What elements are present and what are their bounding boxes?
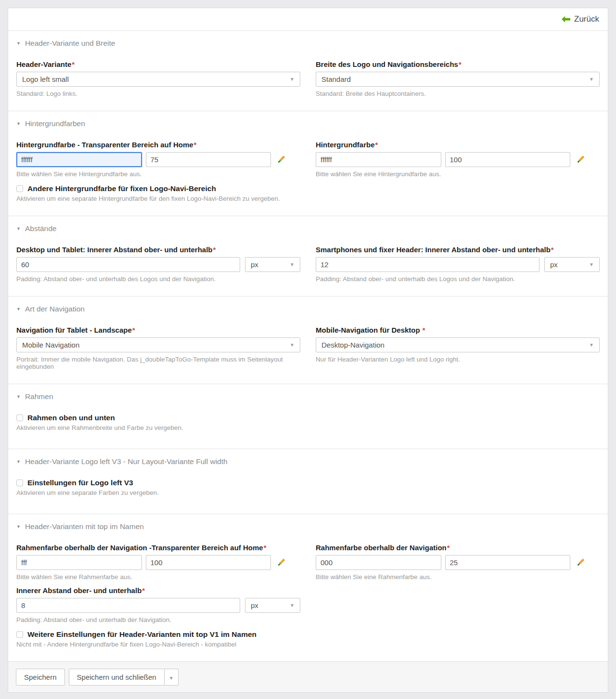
- collapse-icon: ▼: [16, 395, 21, 399]
- field-label: Desktop und Tablet: Innerer Abstand ober…: [16, 246, 300, 254]
- required-mark: *: [132, 326, 135, 334]
- field-label: Breite des Logo und Navigationsbereichs*: [316, 60, 600, 68]
- required-mark: *: [194, 141, 197, 149]
- section-title: Abstände: [25, 224, 57, 233]
- color-picker-icon[interactable]: [277, 155, 287, 165]
- section-toggle[interactable]: ▼ Art der Navigation: [16, 305, 600, 313]
- save-close-button-group: Speichern und schließen ▼: [69, 669, 179, 686]
- collapse-icon: ▼: [16, 227, 21, 231]
- top-v1-checkbox[interactable]: [16, 631, 23, 638]
- field-hint: Nicht mit - Andere Hintergrundfarbe für …: [16, 641, 600, 648]
- collapse-icon: ▼: [16, 307, 21, 311]
- field-label: Innerer Abstand ober- und unterhalb*: [16, 586, 300, 595]
- field-label: Hintergrundfarbe - Transparenter Bereich…: [16, 141, 300, 149]
- rahmen-oben-unten-checkbox[interactable]: [16, 414, 23, 421]
- collapse-icon: ▼: [16, 122, 21, 126]
- field-hint: Bitte wählen Sie eine Rahmenfarbe aus.: [16, 573, 300, 581]
- section-title: Header-Variante und Breite: [25, 39, 116, 48]
- section-toggle[interactable]: ▼ Header-Variante und Breite: [16, 39, 600, 48]
- bg-home-color-input[interactable]: [16, 152, 142, 167]
- field-hint: Bitte wählen Sie eine Rahmenfarbe aus.: [316, 573, 600, 581]
- save-close-button[interactable]: Speichern und schließen: [69, 669, 165, 686]
- field-label: Header-Variante*: [16, 60, 300, 68]
- checkbox-label: Einstellungen für Logo left V3: [27, 479, 133, 487]
- logo-left-v3-checkbox[interactable]: [16, 479, 23, 486]
- select-value: Mobile Navigation: [22, 341, 79, 349]
- field-label: Rahmenfarbe oberhalb der Navigation -Tra…: [16, 544, 300, 552]
- caret-down-icon: ▼: [589, 262, 594, 267]
- field-hint: Aktivieren um eine separate Hintergrundf…: [16, 195, 600, 202]
- rahmen-nav-home-opacity-input[interactable]: [146, 555, 271, 570]
- padding-smartphone-unit-select[interactable]: px ▼: [544, 257, 600, 272]
- checkbox-label: Weitere Einstellungen für Header-Variant…: [27, 630, 257, 639]
- breite-logo-nav-select[interactable]: Standard ▼: [316, 72, 600, 87]
- color-picker-icon[interactable]: [577, 155, 586, 165]
- padding-nav-input[interactable]: [16, 598, 240, 613]
- padding-desktop-input[interactable]: [16, 257, 240, 272]
- checkbox-label: Rahmen oben und unten: [27, 414, 115, 422]
- caret-down-icon: ▼: [169, 675, 174, 681]
- field-hint: Padding: Abstand ober- und unterhalb des…: [316, 275, 600, 283]
- section-toggle[interactable]: ▼ Abstände: [16, 224, 600, 233]
- section-toggle[interactable]: ▼ Header-Varianten mit top im Namen: [16, 522, 600, 531]
- caret-down-icon: ▼: [589, 77, 594, 82]
- bg-color-input[interactable]: [316, 152, 441, 167]
- caret-down-icon: ▼: [290, 603, 295, 608]
- padding-smartphone-input[interactable]: [316, 257, 539, 272]
- field-hint: Bitte wählen Sie eine Hintergrundfarbe a…: [16, 170, 300, 178]
- save-options-dropdown-button[interactable]: ▼: [164, 669, 179, 686]
- field-hint: Aktivieren um eine separate Farben zu ve…: [16, 489, 600, 496]
- caret-down-icon: ▼: [589, 343, 594, 348]
- field-label: Hintergrundfarbe*: [316, 141, 600, 149]
- rahmen-nav-opacity-input[interactable]: [445, 555, 571, 570]
- required-mark: *: [423, 326, 425, 334]
- color-picker-icon[interactable]: [577, 558, 586, 568]
- section-abstaende: ▼ Abstände Desktop und Tablet: Innerer A…: [8, 216, 608, 296]
- collapse-icon: ▼: [16, 525, 21, 529]
- bg-home-opacity-input[interactable]: [146, 152, 271, 167]
- andere-hintergrundfarbe-checkbox[interactable]: [16, 185, 23, 192]
- required-mark: *: [551, 246, 554, 254]
- section-title: Header-Varianten mit top im Namen: [25, 522, 144, 531]
- field-label: Navigation für Tablet - Landscape*: [16, 326, 300, 334]
- nav-tablet-select[interactable]: Mobile Navigation ▼: [16, 337, 300, 352]
- padding-nav-unit-select[interactable]: px ▼: [245, 598, 300, 613]
- save-button[interactable]: Speichern: [16, 669, 65, 686]
- section-toggle[interactable]: ▼ Hintergrundfarben: [16, 119, 600, 128]
- field-hint: Standard: Logo links.: [16, 90, 300, 97]
- nav-desktop-select[interactable]: Desktop-Navigation ▼: [316, 337, 600, 352]
- color-picker-icon[interactable]: [277, 558, 287, 568]
- toolbar: Zurück: [8, 8, 608, 30]
- field-hint: Aktivieren um eine Rahmenbreite und Farb…: [16, 424, 600, 431]
- field-label: Mobile-Navigation für Desktop *: [316, 326, 600, 334]
- required-mark: *: [375, 141, 378, 149]
- bg-opacity-input[interactable]: [445, 152, 571, 167]
- required-mark: *: [213, 246, 216, 254]
- rahmen-nav-color-input[interactable]: [316, 555, 441, 570]
- caret-down-icon: ▼: [290, 343, 295, 348]
- required-mark: *: [264, 544, 267, 552]
- collapse-icon: ▼: [16, 41, 21, 46]
- footer-toolbar: Speichern Speichern und schließen ▼: [8, 661, 608, 692]
- field-hint: Padding: Abstand ober- und unterhalb der…: [16, 616, 300, 623]
- section-title: Art der Navigation: [25, 305, 85, 313]
- section-toggle[interactable]: ▼ Header-Variante Logo left V3 - Nur Lay…: [16, 457, 600, 466]
- caret-down-icon: ▼: [290, 262, 295, 267]
- required-mark: *: [72, 60, 75, 68]
- required-mark: *: [447, 544, 450, 552]
- field-hint: Standard: Breite des Hauptcontainers.: [316, 90, 600, 97]
- header-variante-select[interactable]: Logo left small ▼: [16, 72, 300, 87]
- back-label: Zurück: [574, 14, 599, 24]
- field-hint: Portrait: Immer die mobile Navigation. D…: [16, 356, 300, 370]
- field-hint: Padding: Abstand ober- und unterhalb des…: [16, 275, 300, 283]
- section-toggle[interactable]: ▼ Rahmen: [16, 392, 600, 401]
- select-value: Logo left small: [22, 75, 69, 83]
- back-button[interactable]: Zurück: [562, 14, 599, 24]
- select-value: Desktop-Navigation: [321, 341, 385, 349]
- settings-panel: Zurück ▼ Header-Variante und Breite Head…: [8, 8, 608, 693]
- collapse-icon: ▼: [16, 460, 21, 464]
- field-label: Rahmenfarbe oberhalb der Navigation*: [316, 544, 600, 552]
- rahmen-nav-home-color-input[interactable]: [16, 555, 142, 570]
- section-logo-left-v3: ▼ Header-Variante Logo left V3 - Nur Lay…: [8, 449, 608, 514]
- padding-desktop-unit-select[interactable]: px ▼: [245, 257, 300, 272]
